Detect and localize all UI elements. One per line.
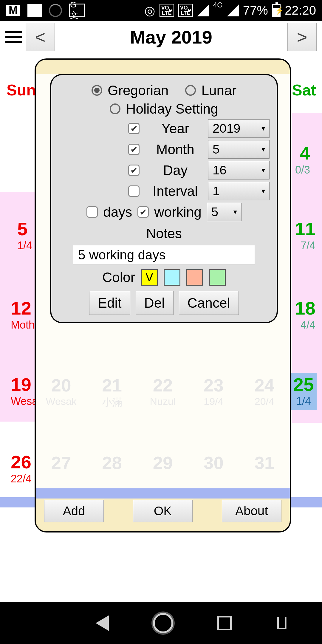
clock-text: 22:20: [285, 3, 316, 18]
color-orange[interactable]: [186, 269, 203, 286]
label-lunar: Lunar: [201, 82, 236, 98]
next-month-button[interactable]: >: [287, 23, 317, 51]
event-edit-dialog: Gregorian Lunar Holiday Setting ✔ Year 2…: [50, 74, 278, 323]
settings-dialog: 20Wesak 21小滿 22Nuzul 2319/4 2420/4 27 28…: [35, 58, 291, 532]
net-label: 4G: [213, 1, 223, 9]
dow-sun: Sun: [7, 81, 36, 99]
strip-in-dialog: [36, 488, 290, 499]
radio-holiday[interactable]: [110, 103, 120, 114]
select-day[interactable]: 16: [208, 161, 270, 179]
volte1-icon: VO␣LTE: [160, 4, 174, 17]
color-cyan[interactable]: [164, 269, 180, 286]
label-notes: Notes: [58, 225, 270, 242]
menu-button[interactable]: [5, 31, 22, 43]
radio-lunar[interactable]: [185, 85, 196, 96]
cell-25[interactable]: 251/4: [290, 373, 317, 410]
cell-19[interactable]: 19Wesa: [11, 374, 38, 408]
cell-11[interactable]: 117/4: [295, 218, 315, 252]
cell-4[interactable]: 40/3: [295, 143, 310, 176]
nav-back-icon[interactable]: [96, 615, 109, 631]
add-button[interactable]: Add: [44, 500, 104, 522]
cell-12[interactable]: 12Moth: [11, 298, 35, 331]
label-year: Year: [148, 120, 202, 137]
translate-icon: G文: [69, 4, 85, 17]
label-color: Color: [102, 269, 135, 285]
radio-gregorian[interactable]: [92, 85, 102, 96]
label-days: days: [103, 204, 132, 220]
select-working[interactable]: 5: [207, 203, 242, 221]
battery-icon: ⚡: [272, 4, 281, 17]
cell-5[interactable]: 51/4: [17, 218, 32, 252]
hotspot-icon: ◎: [144, 3, 155, 18]
checkbox-month[interactable]: ✔: [128, 144, 140, 155]
android-nav-bar: ⵡ: [0, 602, 322, 644]
battery-text: 77%: [243, 3, 268, 18]
dow-sat: Sat: [292, 81, 316, 99]
color-green[interactable]: [209, 269, 226, 286]
select-interval[interactable]: 1: [208, 182, 270, 200]
color-yellow[interactable]: V: [141, 269, 158, 286]
del-button[interactable]: Del: [136, 291, 174, 315]
label-interval: Interval: [148, 183, 202, 199]
checkbox-day[interactable]: ✔: [128, 165, 140, 176]
android-status-bar: M G文 ◎ VO␣LTE VO␣LTE 4G 77% ⚡ 22:20: [0, 0, 322, 21]
volte2-icon: VO␣LTE: [178, 4, 193, 17]
cell-18[interactable]: 184/4: [295, 298, 315, 331]
cancel-button[interactable]: Cancel: [179, 291, 239, 315]
checkbox-working[interactable]: ✔: [137, 206, 149, 218]
checkbox-days[interactable]: [86, 206, 98, 218]
nav-recent-icon[interactable]: [217, 616, 232, 630]
label-holiday: Holiday Setting: [126, 101, 218, 117]
label-working: working: [154, 204, 202, 220]
app-header: < May 2019 >: [0, 21, 322, 53]
sync-icon: [49, 4, 62, 17]
photos-icon: [27, 4, 42, 17]
nav-accessibility-icon[interactable]: ⵡ: [275, 614, 288, 633]
prev-month-button[interactable]: <: [26, 23, 55, 51]
select-year[interactable]: 2019: [208, 119, 270, 138]
signal-icon-1: [197, 4, 209, 16]
ok-button[interactable]: OK: [133, 500, 193, 522]
faint-row-3: 20Wesak 21小滿 22Nuzul 2319/4 2420/4: [36, 375, 290, 409]
cell-26[interactable]: 2622/4: [11, 451, 32, 485]
header-title: May 2019: [58, 27, 284, 48]
signal-icon-2: [227, 4, 239, 16]
faint-row-4: 27 28 29 30 31: [36, 453, 290, 473]
label-month: Month: [148, 141, 202, 157]
select-month[interactable]: 5: [208, 140, 270, 159]
checkbox-interval[interactable]: [128, 185, 140, 197]
notes-input[interactable]: [73, 245, 255, 265]
nav-home-icon[interactable]: [153, 613, 173, 633]
label-day: Day: [148, 162, 202, 178]
gmail-icon: M: [6, 5, 20, 16]
label-gregorian: Gregorian: [108, 82, 169, 98]
edit-button[interactable]: Edit: [89, 291, 130, 315]
checkbox-year[interactable]: ✔: [128, 123, 140, 134]
about-button[interactable]: About: [222, 500, 281, 522]
